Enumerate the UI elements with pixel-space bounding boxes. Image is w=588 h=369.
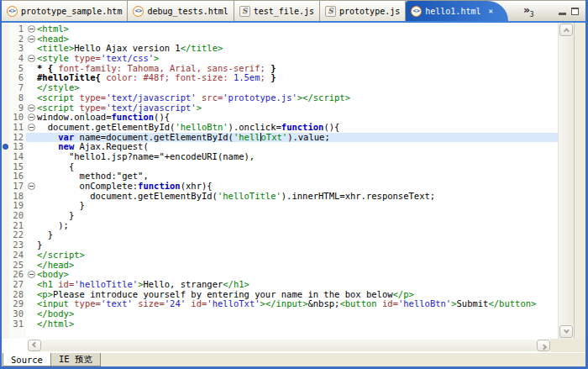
line-number: 11 <box>9 123 26 133</box>
scroll-right-button[interactable] <box>537 340 550 351</box>
fold-collapse-icon[interactable] <box>28 271 35 278</box>
fold-collapse-icon[interactable] <box>28 35 35 43</box>
scroll-down-button[interactable] <box>559 325 573 338</box>
html-file-icon: <> <box>411 6 422 17</box>
code-token: method:"get", <box>37 171 149 181</box>
fold-column <box>26 309 37 319</box>
horizontal-scroll-track[interactable] <box>41 340 537 351</box>
js-file-icon: S <box>239 6 250 17</box>
code-token: > <box>154 53 159 63</box>
fold-column <box>26 83 37 93</box>
fold-collapse-icon[interactable] <box>28 55 35 62</box>
vertical-scroll-track[interactable] <box>559 37 574 324</box>
overview-ruler[interactable] <box>574 23 585 339</box>
scroll-right-icon <box>540 344 546 350</box>
scroll-left-button[interactable] <box>28 340 41 351</box>
code-line[interactable]: 24</script> <box>2 250 558 261</box>
tab-label: debug_tests.html <box>147 7 228 16</box>
fold-column <box>26 261 37 271</box>
code-line[interactable]: 18 document.getElementById('helloTitle')… <box>2 192 558 202</box>
editor-tab-test_file.js[interactable]: Stest_file.js <box>234 1 320 21</box>
mode-tab-Source[interactable]: Source <box>3 353 51 366</box>
code-line[interactable]: 21 ); <box>2 221 558 231</box>
code-token: (xhr){ <box>181 181 213 191</box>
code-line[interactable]: 29<input type='text' size='24' id='hello… <box>2 299 558 309</box>
annotation-ruler-cell <box>2 44 9 54</box>
code-line[interactable]: 1<html> <box>2 24 558 34</box>
annotation-ruler-cell <box>2 123 9 133</box>
line-number: 24 <box>9 250 26 261</box>
fold-column <box>26 250 37 261</box>
code-text: #helloTitle{ color: #48f; font-size: 1.5… <box>37 73 558 83</box>
annotation-ruler-cell <box>2 309 9 319</box>
line-number: 27 <box>9 280 26 290</box>
code-token: Submit <box>457 298 489 308</box>
vertical-scrollbar[interactable] <box>558 23 574 339</box>
fold-collapse-icon[interactable] <box>28 124 35 131</box>
code-line[interactable]: 22 } <box>2 230 558 240</box>
scroll-left-icon <box>31 341 37 347</box>
code-line[interactable]: 19 } <box>2 201 558 211</box>
code-token: </p> <box>393 289 414 299</box>
code-line[interactable]: 23} <box>2 240 558 250</box>
code-line[interactable]: 31</html> <box>2 319 558 329</box>
maximize-icon[interactable] <box>571 8 579 15</box>
close-icon[interactable]: ✕ <box>488 7 492 15</box>
code-area[interactable]: 1<html>2<head>3<title>Hello Ajax version… <box>2 23 558 339</box>
code-text: document.getElementById('helloTitle').in… <box>37 192 558 202</box>
code-line[interactable]: 6#helloTitle{ color: #48f; font-size: 1.… <box>2 73 558 83</box>
annotation-ruler-cell[interactable] <box>2 142 9 152</box>
fold-column <box>26 64 37 74</box>
fold-collapse-icon[interactable] <box>28 25 35 33</box>
tab-label: prototype_sample.htm <box>21 7 122 16</box>
more-tabs-chevron[interactable]: »3 <box>523 3 534 18</box>
editor-tab-debug_tests.html[interactable]: <>debug_tests.html <box>128 1 234 21</box>
code-token: 'text/css' <box>101 53 154 63</box>
scrollbar-corner <box>550 339 585 352</box>
code-token: type= <box>69 298 101 308</box>
editor-mode-tabs: SourceIE 预览 <box>2 352 585 366</box>
code-token: </html> <box>37 319 74 329</box>
fold-column <box>26 201 37 211</box>
line-number: 5 <box>9 64 26 74</box>
fold-collapse-icon[interactable] <box>28 104 35 112</box>
code-token: (){ <box>154 112 170 122</box>
editor-tab-prototype_sample.htm[interactable]: <>prototype_sample.htm <box>2 1 128 21</box>
code-line[interactable]: 30</body> <box>2 309 558 319</box>
code-token: } <box>270 63 276 73</box>
code-token: <head> <box>37 34 69 44</box>
code-line[interactable]: 20 } <box>2 211 558 221</box>
code-token: ></input> <box>260 298 308 308</box>
line-number: 6 <box>9 73 26 83</box>
annotation-ruler-cell <box>2 64 9 74</box>
fold-column <box>26 221 37 231</box>
scroll-up-button[interactable] <box>559 24 573 36</box>
code-text: <html> <box>37 24 558 34</box>
editor-tab-bar: <>prototype_sample.htm<>debug_tests.html… <box>2 0 585 21</box>
fold-column <box>26 270 37 280</box>
code-text: </body> <box>37 309 558 319</box>
fold-collapse-icon[interactable] <box>28 182 35 190</box>
line-number: 14 <box>9 152 26 162</box>
code-line[interactable]: 14 "hello1.jsp?name="+encodeURI(name), <box>2 152 558 162</box>
annotation-ruler-cell <box>2 103 9 113</box>
code-token: <button <box>339 298 376 308</box>
editor-tab-prototype.js[interactable]: Sprototype.js <box>320 1 406 21</box>
annotation-ruler-cell <box>2 152 9 162</box>
line-number: 4 <box>9 54 26 64</box>
code-token: </button> <box>488 298 536 308</box>
annotation-ruler-cell <box>2 270 9 280</box>
code-token: "hello1.jsp?name="+encodeURI(name), <box>37 151 255 161</box>
code-token: </title> <box>181 43 223 53</box>
code-token: <p> <box>37 289 53 299</box>
fold-column <box>26 123 37 133</box>
code-line[interactable]: 25</head> <box>2 261 558 271</box>
editor-tab-hello1.html[interactable]: <>hello1.html✕ <box>406 1 508 21</box>
mode-tab-IE 预览[interactable]: IE 预览 <box>51 353 101 366</box>
fold-collapse-icon[interactable] <box>28 113 35 121</box>
code-token: <script <box>37 103 74 113</box>
bookmark-marker-icon[interactable] <box>3 144 8 150</box>
minimize-icon[interactable] <box>559 8 566 15</box>
code-token: new <box>58 141 74 151</box>
hidden-tab-count: 3 <box>530 11 534 18</box>
